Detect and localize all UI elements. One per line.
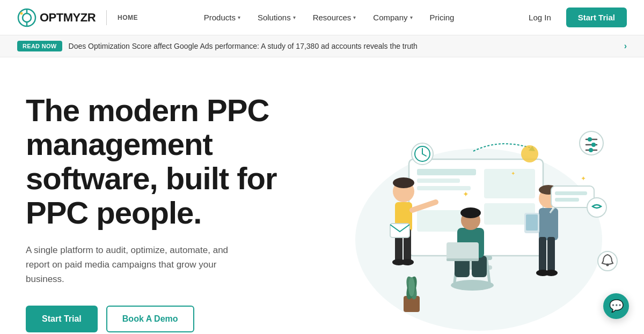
- navbar: OPTMYZR HOME Products ▾ Solutions ▾ Reso…: [0, 0, 644, 35]
- login-button[interactable]: Log In: [520, 9, 560, 26]
- svg-point-51: [408, 277, 415, 296]
- chevron-down-icon: ▾: [410, 14, 413, 20]
- svg-text:✦: ✦: [463, 190, 469, 198]
- announce-text: Does Optimization Score affect Google Ad…: [69, 42, 618, 50]
- nav-item-company[interactable]: Company ▾: [365, 9, 420, 26]
- svg-rect-32: [447, 242, 479, 261]
- svg-rect-7: [417, 169, 476, 175]
- chevron-down-icon: ▾: [293, 14, 296, 20]
- hero-trial-button[interactable]: Start Trial: [26, 306, 98, 332]
- svg-point-65: [606, 264, 609, 266]
- svg-rect-36: [539, 208, 558, 240]
- nav-item-products[interactable]: Products ▾: [196, 9, 248, 26]
- nav-item-resources[interactable]: Resources ▾: [305, 9, 364, 26]
- svg-point-26: [451, 280, 494, 291]
- svg-point-40: [545, 270, 558, 276]
- logo[interactable]: OPTMYZR: [17, 8, 96, 27]
- announcement-bar[interactable]: READ NOW Does Optimization Score affect …: [0, 35, 644, 57]
- svg-point-31: [460, 207, 481, 218]
- svg-point-62: [589, 148, 593, 152]
- chevron-down-icon: ▾: [353, 14, 356, 20]
- svg-point-71: [521, 145, 538, 162]
- nav-home-label: HOME: [118, 14, 138, 21]
- svg-point-1: [23, 13, 31, 22]
- chevron-down-icon: ▾: [238, 14, 240, 20]
- nav-trial-button[interactable]: Start Trial: [566, 8, 627, 27]
- svg-rect-66: [390, 224, 409, 237]
- chat-icon: 💬: [609, 299, 624, 313]
- hero-section: The modern PPC management software, buil…: [0, 57, 644, 334]
- hero-illustration-container: ✦ ✦ ✦: [323, 90, 618, 334]
- hero-illustration: ✦ ✦ ✦: [323, 90, 618, 334]
- nav-right: Log In Start Trial: [520, 8, 627, 27]
- svg-rect-8: [417, 179, 460, 183]
- read-now-badge: READ NOW: [17, 41, 62, 51]
- svg-rect-33: [447, 258, 479, 261]
- svg-rect-38: [547, 237, 555, 272]
- hero-content: The modern PPC management software, buil…: [26, 93, 305, 333]
- svg-point-60: [591, 143, 596, 147]
- svg-rect-42: [526, 214, 538, 231]
- logo-text: OPTMYZR: [40, 11, 96, 25]
- svg-rect-46: [555, 191, 587, 195]
- svg-rect-48: [404, 296, 420, 312]
- svg-point-58: [588, 137, 592, 142]
- svg-point-16: [393, 177, 414, 188]
- logo-icon: [17, 8, 36, 27]
- hero-subtitle: A single platform to audit, optimize, au…: [26, 243, 240, 287]
- chevron-right-icon: ›: [624, 41, 627, 51]
- nav-item-pricing[interactable]: Pricing: [422, 9, 462, 26]
- svg-rect-10: [484, 169, 535, 198]
- chat-bubble-button[interactable]: 💬: [603, 293, 629, 319]
- hero-buttons: Start Trial Book A Demo: [26, 306, 305, 332]
- svg-point-4: [20, 12, 23, 14]
- nav-item-solutions[interactable]: Solutions ▾: [250, 9, 303, 26]
- svg-rect-47: [555, 198, 579, 202]
- nav-left: OPTMYZR HOME: [17, 8, 138, 27]
- hero-title: The modern PPC management software, buil…: [26, 93, 305, 230]
- svg-text:✦: ✦: [511, 170, 515, 176]
- svg-rect-37: [539, 237, 546, 272]
- nav-divider: [106, 10, 107, 25]
- svg-text:✦: ✦: [581, 175, 586, 182]
- nav-links: Products ▾ Solutions ▾ Resources ▾ Compa…: [196, 9, 462, 26]
- hero-demo-button[interactable]: Book A Demo: [106, 306, 194, 332]
- svg-point-21: [401, 259, 414, 265]
